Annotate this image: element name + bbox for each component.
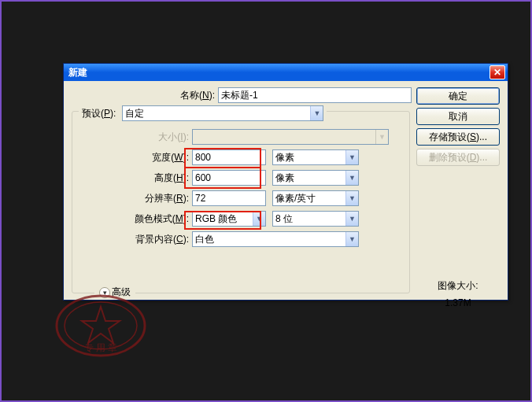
side-buttons: 确定 取消 存储预设(S)... 删除预设(D)... [416, 87, 500, 166]
height-unit-combo[interactable]: 像素 ▼ [272, 170, 359, 186]
chevron-down-icon: ▼ [310, 106, 323, 120]
bg-label: 背景内容(C): [82, 233, 192, 246]
color-mode-value: RGB 颜色 [195, 212, 237, 226]
bg-combo[interactable]: 白色 ▼ [192, 231, 359, 247]
color-depth-combo[interactable]: 8 位 ▼ [272, 211, 359, 227]
resolution-unit-value: 像素/英寸 [275, 192, 316, 205]
resolution-label: 分辨率(R): [82, 192, 192, 205]
chevron-down-icon: ▼ [375, 130, 388, 144]
preset-label: 预设(P): [82, 107, 119, 120]
color-depth-value: 8 位 [275, 212, 293, 226]
image-size-info: 图像大小: 1.37M [416, 279, 500, 313]
close-icon: ✕ [493, 67, 501, 78]
preset-legend: 预设(P): 自定 ▼ [79, 105, 327, 121]
resolution-unit-combo[interactable]: 像素/英寸 ▼ [272, 190, 359, 206]
bg-value: 白色 [195, 233, 214, 246]
close-button[interactable]: ✕ [490, 65, 505, 79]
chevron-down-icon: ▼ [345, 150, 358, 164]
title-bar[interactable]: 新建 ✕ [64, 64, 508, 81]
watermark-stamp: 专 用 章 [54, 293, 148, 359]
name-label: 名称(N): [72, 89, 218, 102]
chevron-down-icon: ▼ [253, 212, 265, 226]
new-document-dialog: 新建 ✕ 名称(N): 预设(P): 自定 ▼ [63, 63, 508, 301]
preset-value: 自定 [125, 107, 144, 120]
save-preset-button[interactable]: 存储预设(S)... [416, 128, 500, 146]
chevron-down-icon: ▼ [345, 212, 358, 226]
dialog-body: 名称(N): 预设(P): 自定 ▼ 大小(I): ▼ [64, 81, 508, 300]
width-unit-value: 像素 [275, 151, 294, 164]
width-input[interactable] [192, 149, 266, 165]
width-label: 宽度(W): [82, 151, 192, 164]
chevron-down-icon: ▼ [345, 232, 358, 246]
svg-marker-2 [82, 307, 120, 343]
size-combo: ▼ [192, 129, 389, 145]
preset-fieldset: 预设(P): 自定 ▼ 大小(I): ▼ 宽度(W): [72, 111, 410, 293]
height-input[interactable] [192, 170, 266, 186]
outer-frame: 新建 ✕ 名称(N): 预设(P): 自定 ▼ [0, 0, 532, 402]
chevron-down-icon: ▼ [345, 171, 358, 185]
color-mode-combo[interactable]: RGB 颜色 ▼ [192, 211, 266, 227]
height-label: 高度(H): [82, 171, 192, 185]
width-unit-combo[interactable]: 像素 ▼ [272, 149, 359, 165]
delete-preset-button: 删除预设(D)... [416, 149, 500, 166]
image-size-value: 1.37M [416, 297, 500, 308]
dialog-title: 新建 [68, 66, 87, 79]
svg-text:专 用 章: 专 用 章 [84, 342, 118, 353]
image-size-label: 图像大小: [416, 279, 500, 293]
ok-button[interactable]: 确定 [416, 87, 500, 105]
color-mode-label: 颜色模式(M): [82, 212, 192, 226]
cancel-button[interactable]: 取消 [416, 108, 500, 125]
resolution-input[interactable] [192, 190, 266, 206]
chevron-down-icon: ▼ [345, 191, 358, 205]
name-input[interactable] [218, 87, 412, 103]
height-unit-value: 像素 [275, 171, 294, 185]
preset-combo[interactable]: 自定 ▼ [122, 105, 323, 121]
size-label: 大小(I): [82, 131, 192, 144]
